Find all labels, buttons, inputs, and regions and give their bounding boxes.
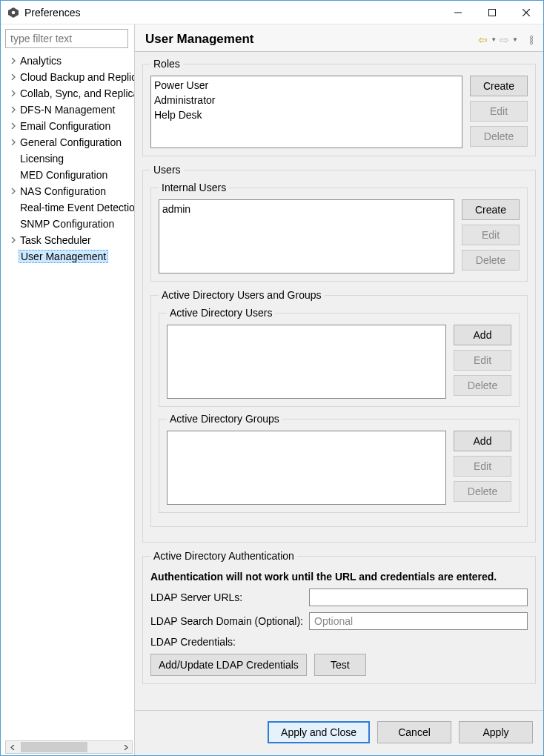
sidebar-horizontal-scrollbar[interactable] [5, 740, 133, 754]
sidebar-item[interactable]: NAS Configuration [5, 183, 134, 199]
tree-expand-icon[interactable] [8, 56, 19, 66]
tree-expand-icon[interactable] [8, 186, 19, 196]
sidebar-item-label: General Configuration [19, 136, 123, 148]
window-title: Preferences [24, 7, 80, 19]
roles-edit-button[interactable]: Edit [470, 101, 528, 122]
scroll-thumb[interactable] [21, 742, 87, 752]
ad-users-edit-button[interactable]: Edit [454, 350, 511, 371]
internal-users-legend: Internal Users [159, 182, 229, 193]
sidebar-item[interactable]: Task Scheduler [5, 232, 134, 248]
nav-back-dropdown-icon[interactable]: ▼ [491, 36, 497, 43]
scroll-track[interactable] [19, 741, 119, 753]
auth-warning-text: Authentication will not work until the U… [150, 571, 528, 583]
sidebar-item-label: SNMP Configuration [19, 218, 116, 230]
internal-users-create-button[interactable]: Create [462, 199, 520, 220]
preferences-window: Preferences AnalyticsCloud Backup and Re… [0, 0, 544, 756]
sidebar-item[interactable]: Licensing [5, 150, 134, 167]
scroll-left-button[interactable] [6, 741, 19, 753]
preferences-tree[interactable]: AnalyticsCloud Backup and ReplicationCol… [5, 51, 134, 740]
ad-users-add-button[interactable]: Add [454, 325, 511, 345]
apply-and-close-button[interactable]: Apply and Close [268, 721, 370, 743]
sidebar-item-label: NAS Configuration [19, 185, 107, 197]
ad-groups-listbox[interactable] [167, 431, 446, 505]
filter-input[interactable] [5, 29, 128, 48]
sidebar-item[interactable]: MED Configuration [5, 167, 134, 183]
ldap-domain-label: LDAP Search Domain (Optional): [150, 615, 306, 627]
roles-group: Roles Power UserAdministratorHelp Desk C… [142, 58, 536, 156]
titlebar: Preferences [1, 1, 543, 24]
nav-back-icon[interactable]: ⇦ [478, 34, 488, 45]
maximize-button[interactable] [475, 1, 509, 24]
ldap-domain-input[interactable] [309, 612, 528, 630]
apply-button[interactable]: Apply [459, 721, 533, 743]
internal-users-listbox[interactable]: admin [159, 199, 454, 273]
sidebar-item[interactable]: Collab, Sync, and Replication [5, 85, 134, 102]
main-split: AnalyticsCloud Backup and ReplicationCol… [1, 24, 543, 755]
users-legend: Users [150, 164, 184, 176]
sidebar-item[interactable]: DFS-N Management [5, 102, 134, 118]
internal-users-edit-button[interactable]: Edit [462, 225, 520, 245]
ldap-urls-label: LDAP Server URLs: [150, 591, 306, 603]
users-group: Users Internal Users admin Create Edit D… [142, 164, 536, 543]
ad-users-groups-group: Active Directory Users and Groups Active… [150, 289, 528, 527]
list-item[interactable]: admin [162, 202, 451, 216]
nav-forward-icon[interactable]: ⇨ [500, 34, 509, 45]
list-item[interactable]: Power User [154, 78, 459, 93]
sidebar: AnalyticsCloud Backup and ReplicationCol… [1, 24, 134, 755]
sidebar-item-label: DFS-N Management [19, 104, 116, 116]
svg-rect-3 [489, 9, 496, 16]
sidebar-item-label: MED Configuration [19, 169, 109, 181]
ad-users-legend: Active Directory Users [167, 307, 275, 319]
tree-expand-icon[interactable] [8, 72, 19, 82]
tree-expand-icon[interactable] [8, 88, 19, 99]
sidebar-item[interactable]: General Configuration [5, 134, 134, 150]
list-item[interactable]: Help Desk [154, 107, 459, 122]
roles-legend: Roles [150, 58, 183, 70]
sidebar-item[interactable]: Email Configuration [5, 118, 134, 134]
roles-delete-button[interactable]: Delete [470, 126, 528, 147]
nav-forward-dropdown-icon[interactable]: ▼ [512, 36, 518, 43]
internal-users-delete-button[interactable]: Delete [462, 250, 520, 271]
tree-expand-icon[interactable] [8, 121, 19, 131]
ad-groups-group: Active Directory Groups Add Edit Delete [159, 413, 520, 513]
sidebar-item[interactable]: Analytics [5, 53, 134, 69]
ad-auth-legend: Active Directory Authentication [150, 550, 297, 562]
ad-groups-legend: Active Directory Groups [167, 413, 282, 425]
sidebar-item-label: Task Scheduler [19, 234, 93, 246]
scroll-right-button[interactable] [119, 741, 132, 753]
ldap-urls-input[interactable] [309, 588, 528, 606]
svg-point-1 [12, 10, 16, 14]
ad-groups-delete-button[interactable]: Delete [454, 481, 511, 502]
sidebar-item-label: User Management [19, 250, 108, 263]
sidebar-item-label: Cloud Backup and Replication [19, 71, 134, 83]
sidebar-item[interactable]: SNMP Configuration [5, 216, 134, 232]
ad-groups-add-button[interactable]: Add [454, 431, 511, 451]
view-menu-icon[interactable]: ∘∘∘ [528, 35, 534, 44]
close-button[interactable] [509, 1, 543, 24]
tree-expand-icon[interactable] [8, 235, 19, 245]
roles-create-button[interactable]: Create [470, 76, 528, 96]
list-item[interactable]: Administrator [154, 93, 459, 107]
sidebar-item-label: Collab, Sync, and Replication [19, 87, 134, 99]
ldap-credentials-label: LDAP Credentials: [150, 636, 236, 648]
test-ldap-button[interactable]: Test [314, 654, 366, 676]
sidebar-item[interactable]: User Management [5, 248, 134, 265]
sidebar-item[interactable]: Cloud Backup and Replication [5, 69, 134, 85]
add-update-ldap-credentials-button[interactable]: Add/Update LDAP Credentials [150, 654, 307, 676]
tree-expand-icon[interactable] [8, 137, 19, 147]
roles-listbox[interactable]: Power UserAdministratorHelp Desk [150, 76, 462, 148]
ad-users-delete-button[interactable]: Delete [454, 375, 511, 396]
ad-users-groups-legend: Active Directory Users and Groups [159, 289, 325, 301]
sidebar-item-label: Licensing [19, 153, 65, 165]
ad-users-listbox[interactable] [167, 325, 446, 399]
ad-groups-edit-button[interactable]: Edit [454, 456, 511, 477]
internal-users-group: Internal Users admin Create Edit Delete [150, 182, 528, 282]
sidebar-item-label: Email Configuration [19, 120, 112, 132]
sidebar-item-label: Real-time Event Detection [19, 202, 134, 213]
tree-expand-icon[interactable] [8, 105, 19, 115]
page-title: User Management [145, 32, 253, 47]
cancel-button[interactable]: Cancel [377, 721, 451, 743]
page-body: Roles Power UserAdministratorHelp Desk C… [135, 52, 543, 710]
sidebar-item[interactable]: Real-time Event Detection [5, 199, 134, 216]
minimize-button[interactable] [441, 1, 475, 24]
